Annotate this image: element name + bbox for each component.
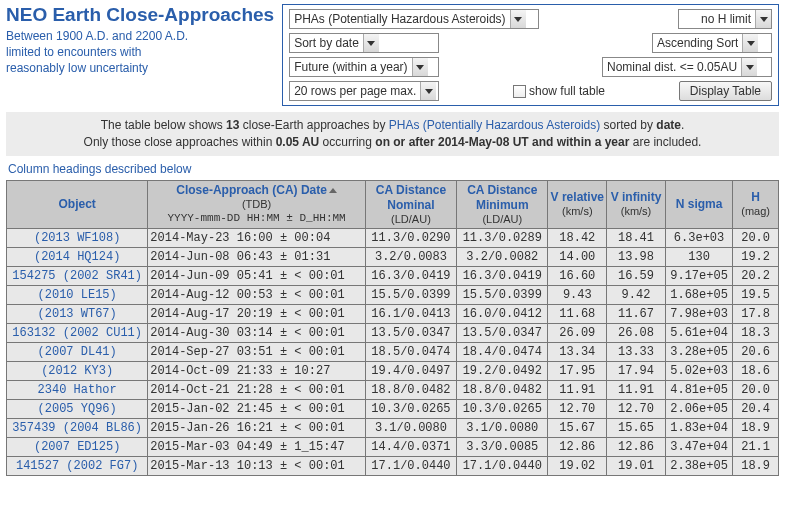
col-v-relative[interactable]: V relative(km/s) bbox=[548, 180, 607, 229]
cell-dist-nominal: 10.3/0.0265 bbox=[365, 400, 456, 419]
cell-date: 2015-Mar-13 10:13 ± < 00:01 bbox=[148, 457, 365, 476]
col-date[interactable]: Close-Approach (CA) Date (TDB) YYYY-mmm-… bbox=[148, 180, 365, 229]
cell-date: 2014-Aug-12 00:53 ± < 00:01 bbox=[148, 286, 365, 305]
cell-n-sigma: 2.06e+05 bbox=[665, 400, 732, 419]
cell-v-relative: 18.42 bbox=[548, 229, 607, 248]
object-link[interactable]: (2007 DL41) bbox=[38, 345, 117, 359]
cell-h-mag: 18.3 bbox=[733, 324, 779, 343]
chevron-down-icon bbox=[741, 58, 757, 76]
table-row: 163132 (2002 CU11)2014-Aug-30 03:14 ± < … bbox=[7, 324, 779, 343]
cell-dist-nominal: 11.3/0.0290 bbox=[365, 229, 456, 248]
cell-date: 2014-Sep-27 03:51 ± < 00:01 bbox=[148, 343, 365, 362]
cell-dist-minimum: 17.1/0.0440 bbox=[457, 457, 548, 476]
object-link[interactable]: 163132 (2002 CU11) bbox=[12, 326, 142, 340]
cell-object: 154275 (2002 SR41) bbox=[7, 267, 148, 286]
cell-h-mag: 19.5 bbox=[733, 286, 779, 305]
chevron-down-icon bbox=[420, 82, 436, 100]
cell-object: 357439 (2004 BL86) bbox=[7, 419, 148, 438]
col-object[interactable]: Object bbox=[7, 180, 148, 229]
object-link[interactable]: (2013 WF108) bbox=[34, 231, 120, 245]
cell-v-infinity: 18.41 bbox=[607, 229, 666, 248]
object-link[interactable]: 141527 (2002 FG7) bbox=[16, 459, 138, 473]
table-row: (2005 YQ96)2015-Jan-02 21:45 ± < 00:0110… bbox=[7, 400, 779, 419]
cell-dist-nominal: 18.5/0.0474 bbox=[365, 343, 456, 362]
table-row: 2340 Hathor2014-Oct-21 21:28 ± < 00:0118… bbox=[7, 381, 779, 400]
cell-v-infinity: 13.98 bbox=[607, 248, 666, 267]
cell-h-mag: 18.6 bbox=[733, 362, 779, 381]
col-dist-nominal[interactable]: CA Distance Nominal(LD/AU) bbox=[365, 180, 456, 229]
cell-object: 2340 Hathor bbox=[7, 381, 148, 400]
col-dist-minimum[interactable]: CA Distance Minimum(LD/AU) bbox=[457, 180, 548, 229]
table-row: (2013 WF108)2014-May-23 16:00 ± 00:0411.… bbox=[7, 229, 779, 248]
cell-dist-nominal: 16.1/0.0413 bbox=[365, 305, 456, 324]
cell-n-sigma: 9.17e+05 bbox=[665, 267, 732, 286]
cell-v-relative: 15.67 bbox=[548, 419, 607, 438]
cell-v-relative: 12.70 bbox=[548, 400, 607, 419]
sort-order-select[interactable]: Ascending Sort bbox=[652, 33, 772, 53]
object-link[interactable]: 2340 Hathor bbox=[38, 383, 117, 397]
page-subtitle: Between 1900 A.D. and 2200 A.D. limited … bbox=[6, 28, 274, 77]
distance-select[interactable]: Nominal dist. <= 0.05AU bbox=[602, 57, 772, 77]
cell-object: (2013 WT67) bbox=[7, 305, 148, 324]
cell-h-mag: 19.2 bbox=[733, 248, 779, 267]
cell-h-mag: 21.1 bbox=[733, 438, 779, 457]
object-link[interactable]: 357439 (2004 BL86) bbox=[12, 421, 142, 435]
cell-dist-nominal: 16.3/0.0419 bbox=[365, 267, 456, 286]
cell-v-infinity: 13.33 bbox=[607, 343, 666, 362]
object-link[interactable]: 154275 (2002 SR41) bbox=[12, 269, 142, 283]
object-link[interactable]: (2013 WT67) bbox=[38, 307, 117, 321]
cell-date: 2015-Jan-02 21:45 ± < 00:01 bbox=[148, 400, 365, 419]
col-h-mag[interactable]: H(mag) bbox=[733, 180, 779, 229]
object-link[interactable]: (2010 LE15) bbox=[38, 288, 117, 302]
cell-dist-nominal: 13.5/0.0347 bbox=[365, 324, 456, 343]
cell-object: (2007 DL41) bbox=[7, 343, 148, 362]
cell-v-relative: 16.60 bbox=[548, 267, 607, 286]
cell-object: (2013 WF108) bbox=[7, 229, 148, 248]
h-limit-select[interactable]: no H limit bbox=[678, 9, 772, 29]
cell-dist-minimum: 10.3/0.0265 bbox=[457, 400, 548, 419]
cell-v-relative: 11.68 bbox=[548, 305, 607, 324]
cell-dist-minimum: 13.5/0.0347 bbox=[457, 324, 548, 343]
chevron-down-icon bbox=[412, 58, 428, 76]
object-link[interactable]: (2012 KY3) bbox=[41, 364, 113, 378]
cell-dist-nominal: 19.4/0.0497 bbox=[365, 362, 456, 381]
rows-per-page-select[interactable]: 20 rows per page max. bbox=[289, 81, 439, 101]
cell-dist-minimum: 18.8/0.0482 bbox=[457, 381, 548, 400]
cell-dist-minimum: 19.2/0.0492 bbox=[457, 362, 548, 381]
cell-date: 2014-Aug-17 20:19 ± < 00:01 bbox=[148, 305, 365, 324]
object-link[interactable]: (2005 YQ96) bbox=[38, 402, 117, 416]
display-table-button[interactable]: Display Table bbox=[679, 81, 772, 101]
cell-n-sigma: 2.38e+05 bbox=[665, 457, 732, 476]
table-row: (2007 DL41)2014-Sep-27 03:51 ± < 00:0118… bbox=[7, 343, 779, 362]
cell-object: (2007 ED125) bbox=[7, 438, 148, 457]
col-v-infinity[interactable]: V infinity(km/s) bbox=[607, 180, 666, 229]
sort-by-select[interactable]: Sort by date bbox=[289, 33, 439, 53]
cell-h-mag: 20.4 bbox=[733, 400, 779, 419]
cell-v-infinity: 12.86 bbox=[607, 438, 666, 457]
cell-date: 2015-Jan-26 16:21 ± < 00:01 bbox=[148, 419, 365, 438]
table-row: (2007 ED125)2015-Mar-03 04:49 ± 1_15:471… bbox=[7, 438, 779, 457]
col-n-sigma[interactable]: N sigma bbox=[665, 180, 732, 229]
column-headings-link[interactable]: Column headings described below bbox=[8, 162, 779, 176]
chevron-down-icon bbox=[510, 10, 526, 28]
table-row: (2013 WT67)2014-Aug-17 20:19 ± < 00:0116… bbox=[7, 305, 779, 324]
cell-h-mag: 17.8 bbox=[733, 305, 779, 324]
cell-dist-nominal: 3.1/0.0080 bbox=[365, 419, 456, 438]
time-range-select[interactable]: Future (within a year) bbox=[289, 57, 439, 77]
object-link[interactable]: (2007 ED125) bbox=[34, 440, 120, 454]
cell-h-mag: 20.0 bbox=[733, 229, 779, 248]
object-link[interactable]: (2014 HQ124) bbox=[34, 250, 120, 264]
show-full-table-checkbox[interactable] bbox=[513, 85, 526, 98]
cell-date: 2015-Mar-03 04:49 ± 1_15:47 bbox=[148, 438, 365, 457]
cell-dist-minimum: 18.4/0.0474 bbox=[457, 343, 548, 362]
cell-date: 2014-Jun-08 06:43 ± 01:31 bbox=[148, 248, 365, 267]
chevron-down-icon bbox=[742, 34, 758, 52]
cell-h-mag: 20.6 bbox=[733, 343, 779, 362]
table-row: (2012 KY3)2014-Oct-09 21:33 ± 10:2719.4/… bbox=[7, 362, 779, 381]
cell-dist-minimum: 11.3/0.0289 bbox=[457, 229, 548, 248]
page-title: NEO Earth Close-Approaches bbox=[6, 4, 274, 26]
cell-dist-minimum: 16.3/0.0419 bbox=[457, 267, 548, 286]
pha-link[interactable]: PHAs (Potentially Hazardous Asteroids) bbox=[389, 118, 600, 132]
filter-panel: PHAs (Potentially Hazardous Asteroids) n… bbox=[282, 4, 779, 106]
object-type-select[interactable]: PHAs (Potentially Hazardous Asteroids) bbox=[289, 9, 539, 29]
